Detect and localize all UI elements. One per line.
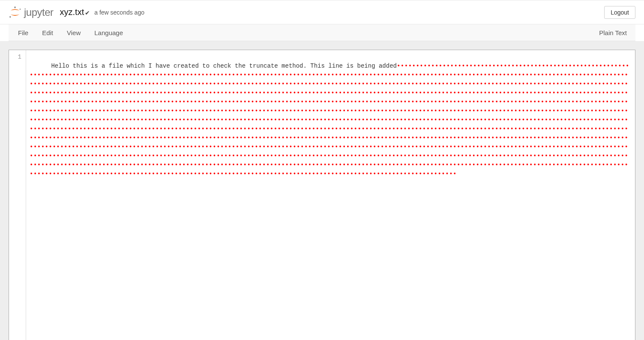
jupyter-logo-icon <box>9 6 21 19</box>
line-number: 1 <box>9 53 21 62</box>
trailing-space-markers: ••••••••••••••••••••••••••••••••••••••••… <box>30 63 629 177</box>
menubar: File Edit View Language Plain Text <box>9 24 635 41</box>
saved-check-icon: ✔ <box>85 9 90 16</box>
jupyter-logo[interactable]: jupyter <box>9 6 54 19</box>
menu-view[interactable]: View <box>60 24 87 41</box>
svg-point-0 <box>14 6 16 8</box>
svg-point-2 <box>9 16 11 17</box>
header: jupyter xyz.txt ✔ a few seconds ago Logo… <box>0 0 644 24</box>
menu-language[interactable]: Language <box>87 24 130 41</box>
content-wrapper: 1 Hello this is a file which I have crea… <box>0 41 644 340</box>
menu-edit[interactable]: Edit <box>35 24 60 41</box>
logout-button[interactable]: Logout <box>604 6 635 19</box>
filename[interactable]: xyz.txt <box>60 7 84 17</box>
logo-text: jupyter <box>24 6 54 18</box>
svg-point-1 <box>20 9 21 10</box>
editor-panel: 1 Hello this is a file which I have crea… <box>9 50 635 340</box>
saved-time: a few seconds ago <box>94 9 144 16</box>
line-number-gutter: 1 <box>9 50 26 340</box>
code-editor[interactable]: Hello this is a file which I have create… <box>26 50 635 340</box>
editor-mode[interactable]: Plain Text <box>599 29 627 36</box>
header-right: Logout <box>604 6 635 19</box>
code-line: Hello this is a file which I have create… <box>30 53 632 179</box>
menu-file[interactable]: File <box>17 24 35 41</box>
